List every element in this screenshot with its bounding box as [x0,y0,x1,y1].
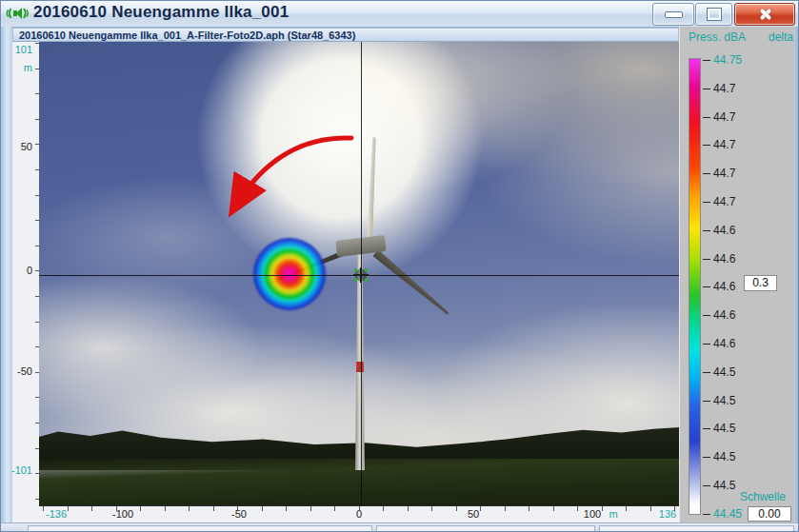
x-axis-minor-tick [189,506,190,511]
y-axis-tick-label: -50 [7,365,32,377]
status-segment [28,525,372,532]
x-axis-tick-label: -50 [218,508,260,520]
color-scale-tick-mark [703,145,710,146]
color-scale-tick-mark [703,259,710,260]
color-scale-tick-mark [703,344,710,345]
color-scale-tick-mark [703,60,710,61]
x-axis-tick-label: m [592,508,634,520]
y-axis-tick-label: m [7,62,32,73]
x-axis-minor-tick [577,506,578,511]
color-scale-tick-mark [703,457,710,458]
x-axis-minor-tick [408,506,409,511]
color-scale-tick-label: 44.6 [713,308,757,322]
color-scale-tick-label: 44.6 [713,224,757,237]
x-axis-minor-tick [383,506,384,511]
color-scale-tick-label: 44.5 [713,394,757,407]
annotation-overlay [39,42,679,505]
x-axis-minor-tick [165,506,166,511]
hub-marker-icon [353,267,369,283]
x-axis-minor-tick [213,506,214,511]
color-scale-tick-label: 44.6 [713,337,757,350]
color-scale-tick-mark [703,173,710,174]
y-axis-tick-label: 50 [7,141,32,152]
x-axis-minor-tick [602,506,603,511]
x-axis-minor-tick [116,506,117,511]
color-scale-tick-label: 44.5 [713,422,757,435]
color-scale-tick-mark [703,286,710,287]
close-icon [757,7,772,22]
window-frame-left [1,27,12,532]
color-scale-tick-mark [703,202,710,203]
color-scale-tick-mark [703,230,710,231]
speaker-sound-icon [5,4,30,23]
status-segment [599,525,794,532]
document-title: 20160610 Neuengamme Ilka_001_A-Filter-Fo… [19,30,355,41]
color-scale-bar[interactable] [689,58,701,515]
color-scale-tick-label: 44.7 [713,82,757,95]
application-window: 20160610 Neuengamme Ilka_001 20160610 Ne… [0,0,799,532]
color-scale-title: Press. dBA [689,30,746,44]
x-axis-tick-label: -100 [102,508,144,520]
x-axis-minor-tick [505,506,506,511]
color-scale-tick-mark [703,315,710,316]
y-axis-tick-label: -101 [7,464,32,476]
acoustic-map-canvas[interactable] [39,42,679,506]
x-axis-minor-tick [310,506,311,511]
restore-button[interactable] [695,3,732,26]
delta-value-box[interactable]: 0.3 [744,275,777,291]
status-segment [376,525,595,532]
x-axis-minor-tick [334,506,335,511]
restore-icon [708,9,721,20]
status-bar [1,522,799,532]
color-scale-tick-mark [703,514,710,515]
x-axis-minor-tick [650,506,651,511]
x-axis-minor-tick [456,506,457,511]
color-scale-tick-label: 44.7 [713,167,757,180]
x-axis-minor-tick [359,506,360,511]
rotation-arrow [233,138,351,209]
color-scale-tick-mark [703,428,710,429]
x-axis-minor-tick [91,506,92,511]
document-header-bar: 20160610 Neuengamme Ilka_001_A-Filter-Fo… [12,28,679,42]
x-axis-minor-tick [626,506,627,511]
x-axis-minor-tick [262,506,263,511]
x-axis-tick-label: -136 [35,508,77,520]
window-title: 20160610 Neuengamme Ilka_001 [33,3,289,22]
color-scale-tick-label: 44.7 [713,138,757,151]
color-scale-tick-label: 44.7 [713,110,757,124]
x-axis-minor-tick [553,506,554,511]
title-bar: 20160610 Neuengamme Ilka_001 [1,1,799,28]
x-axis-minor-tick [480,506,481,511]
minimize-button[interactable] [652,3,694,26]
window-frame-right [794,27,799,532]
x-axis-minor-tick [43,506,44,511]
color-scale-tick-label: 44.7 [713,195,757,208]
x-axis-minor-tick [68,506,69,511]
x-axis-minor-tick [431,506,432,511]
color-scale-tick-label: 44.5 [713,365,757,379]
color-scale-tick-label: 44.6 [713,252,757,266]
delta-label: delta [753,30,793,44]
color-scale-tick-label: 44.75 [713,53,757,67]
threshold-label: Schwelle [740,490,786,503]
x-axis-tick-label: 50 [452,508,494,520]
x-axis-minor-tick [529,506,529,511]
y-axis-tick-label: 0 [7,265,32,276]
color-scale-tick-mark [703,117,710,118]
color-scale-tick-mark [703,372,710,373]
x-axis-minor-tick [140,506,141,511]
y-axis-tick-label: 101 [7,44,32,55]
x-axis-minor-tick [674,506,675,511]
color-scale-tick-label: 44.5 [713,450,757,463]
minimize-icon [665,11,683,18]
close-button[interactable] [734,3,795,26]
threshold-value-box[interactable]: 0.00 [748,506,791,522]
x-axis-minor-tick [286,506,287,511]
color-scale-tick-mark [703,401,710,402]
color-scale-tick-mark [703,89,710,89]
color-scale-tick-mark [703,485,710,486]
x-axis-minor-tick [237,506,238,511]
